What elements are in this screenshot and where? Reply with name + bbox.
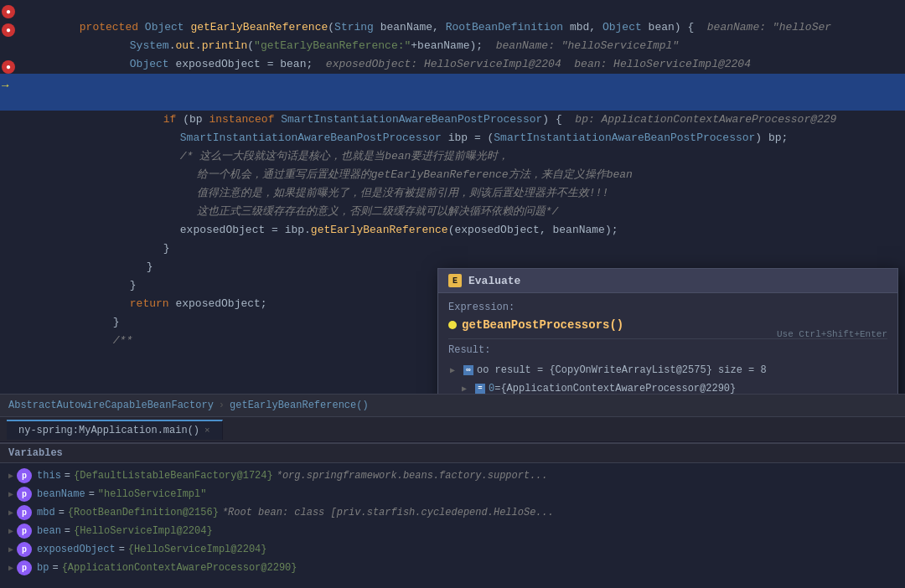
code-line-14: } [0,240,905,258]
ctrl-hint: Use Ctrl+Shift+Enter [777,329,887,339]
var-row-mbd[interactable]: ▶ p mbd = {RootBeanDefinition@2156} *Roo… [5,503,900,522]
code-line-8: /* 这么一大段就这句话是核心，也就是当bean要进行提前曝光时， [0,129,905,147]
code-line-13: } [0,221,905,240]
breakpoint-icon-4[interactable]: ● [2,60,15,74]
code-line-4: ● if (!mbd.isSynthetic() && hasInstantia… [0,55,905,74]
variables-header: Variables [0,444,905,463]
var-row-bean[interactable]: ▶ p bean = {HelloServiceImpl@2204} [5,522,900,540]
popup-titlebar: E Evaluate [438,269,897,293]
var-icon-beanname: p [17,487,32,502]
code-line-1: ● protected Object getEarlyBeanReference… [0,0,905,18]
tree-root[interactable]: ▶ ∞ oo result = {CopyOnWriteArrayList@25… [448,361,887,379]
breakpoint-icon-1[interactable]: ● [2,5,15,18]
expr-indicator [448,321,457,329]
var-icon-this: p [17,468,32,483]
var-icon-exposed: p [17,542,32,557]
debug-tab[interactable]: ny-spring:MyApplication.main() × [7,420,223,440]
var-row-bp[interactable]: ▶ p bp = {ApplicationContextAwareProcess… [5,559,900,577]
breadcrumb-sep: › [219,400,225,411]
result-tree: ▶ ∞ oo result = {CopyOnWriteArrayList@25… [448,361,887,394]
variables-panel: Variables ▶ p this = {DefaultListableBea… [0,442,905,588]
code-line-3: Object exposedObject = bean; exposedObje… [0,37,905,55]
result-label: Result: [448,338,887,356]
breadcrumb-method[interactable]: getEarlyBeanReference() [230,400,369,411]
code-editor: ● protected Object getEarlyBeanReference… [0,0,905,394]
var-icon-bean: p [17,524,32,539]
code-line-9: 给一个机会，通过重写后置处理器的getEarlyBeanReference方法，… [0,147,905,166]
evaluate-icon: E [448,274,462,287]
tab-bar: ny-spring:MyApplication.main() × [0,417,905,442]
var-row-beanname[interactable]: ▶ p beanName = "helloServiceImpl" [5,485,900,503]
current-line-arrow: → [2,79,8,92]
tab-label: ny-spring:MyApplication.main() [18,425,199,436]
code-line-2: ● System.out.println("getEarlyBeanRefere… [0,18,905,37]
code-line-12: exposedObject = ibp.getEarlyBeanReferenc… [0,203,905,221]
code-line-11: 这也正式三级缓存存在的意义，否则二级缓存就可以解决循环依赖的问题*/ [0,184,905,203]
tree-item-0[interactable]: ▶ = 0 = {ApplicationContextAwareProcesso… [448,379,887,394]
var-row-this[interactable]: ▶ p this = {DefaultListableBeanFactory@1… [5,467,900,485]
tab-close[interactable]: × [204,426,210,436]
variables-content: ▶ p this = {DefaultListableBeanFactory@1… [0,463,905,588]
expression-value[interactable]: getBeanPostProcessors() [462,318,623,332]
popup-body: Expression: getBeanPostProcessors() Use … [438,293,897,394]
expression-label: Expression: [448,302,887,313]
popup-title: Evaluate [468,275,520,287]
breadcrumb-class[interactable]: AbstractAutowireCapableBeanFactory [8,400,214,411]
breakpoint-icon-2[interactable]: ● [2,23,15,37]
breadcrumb-bar: AbstractAutowireCapableBeanFactory › get… [0,394,905,417]
var-row-exposed[interactable]: ▶ p exposedObject = {HelloServiceImpl@22… [5,540,900,559]
code-line-5: → for (BeanPostProcessor bp : getBeanPos… [0,74,905,92]
var-icon-mbd: p [17,505,32,520]
evaluate-popup: E Evaluate Expression: getBeanPostProces… [437,268,898,394]
var-icon-bp: p [17,560,32,575]
code-line-10: 值得注意的是，如果提前曝光了，但是没有被提前引用，则该后置处理器并不生效!!! [0,166,905,184]
code-line-7: SmartInstantiationAwareBeanPostProcessor… [0,111,905,129]
code-line-6: if (bp instanceof SmartInstantiationAwar… [0,92,905,111]
result-root-text: oo result = {CopyOnWriteArrayList@2575} … [477,364,767,376]
